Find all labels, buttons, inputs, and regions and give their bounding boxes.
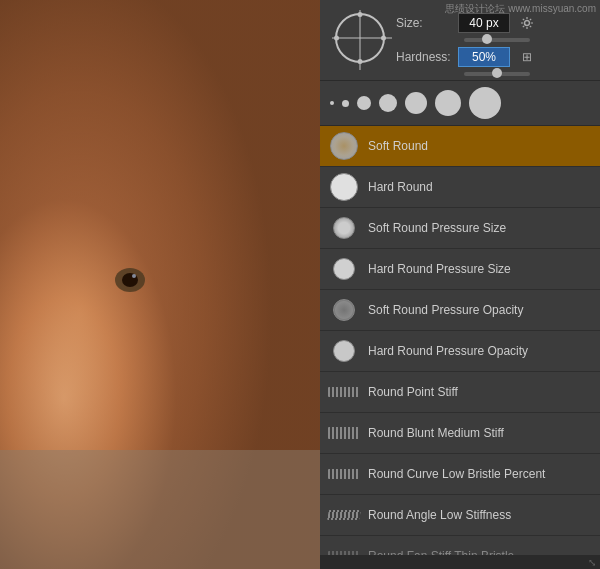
brush-size-presets [320, 81, 600, 126]
brush-item-soft-round-pressure-opacity[interactable]: Soft Round Pressure Opacity [320, 290, 600, 331]
round-fan-stiff-icon [328, 551, 360, 555]
hard-round-pressure-size-icon [333, 258, 355, 280]
round-point-stiff-icon [328, 387, 360, 397]
soft-round-pressure-size-icon [333, 217, 355, 239]
brush-item-round-point-stiff[interactable]: Round Point Stiff [320, 372, 600, 413]
soft-round-pressure-opacity-icon [333, 299, 355, 321]
brush-preset-7[interactable] [469, 87, 501, 119]
hardness-input[interactable] [458, 47, 510, 67]
brush-name-hard-round-pressure-size: Hard Round Pressure Size [368, 262, 511, 276]
brush-preset-2[interactable] [342, 100, 349, 107]
brush-list: Soft Round Hard Round Soft Round Pressur… [320, 126, 600, 555]
hardness-control-row: Hardness: ⊞ [396, 46, 590, 68]
brush-icon-hard-round [328, 171, 360, 203]
crosshair-dot-bottom [358, 59, 363, 64]
brush-icon-round-blunt-medium-stiff [328, 417, 360, 449]
brush-preset-6[interactable] [435, 90, 461, 116]
hard-round-pressure-opacity-icon [333, 340, 355, 362]
brush-item-hard-round-pressure-size[interactable]: Hard Round Pressure Size [320, 249, 600, 290]
brush-item-round-curve-low-bristle-percent[interactable]: Round Curve Low Bristle Percent [320, 454, 600, 495]
size-label: Size: [396, 16, 458, 30]
brush-icon-soft-round-pressure-size [328, 212, 360, 244]
watermark: 思绩设计论坛 www.missyuan.com [445, 2, 596, 16]
crosshair-dot-left [334, 36, 339, 41]
brush-item-hard-round-pressure-opacity[interactable]: Hard Round Pressure Opacity [320, 331, 600, 372]
hardness-slider-thumb[interactable] [492, 68, 502, 78]
brush-name-round-point-stiff: Round Point Stiff [368, 385, 458, 399]
svg-rect-2 [0, 450, 320, 569]
brush-item-soft-round[interactable]: Soft Round [320, 126, 600, 167]
brush-icon-hard-round-pressure-opacity [328, 335, 360, 367]
brush-item-round-fan-stiff[interactable]: Round Fan Stiff Thin Bristle [320, 536, 600, 555]
brush-icon-round-point-stiff [328, 376, 360, 408]
brush-item-soft-round-pressure-size[interactable]: Soft Round Pressure Size [320, 208, 600, 249]
brush-icon-soft-round [328, 130, 360, 162]
brush-name-round-curve-low-bristle-percent: Round Curve Low Bristle Percent [368, 467, 545, 481]
round-curve-low-bristle-icon [328, 469, 360, 479]
hardness-extra-button[interactable]: ⊞ [516, 46, 538, 68]
size-input[interactable] [458, 13, 510, 33]
brush-name-hard-round: Hard Round [368, 180, 433, 194]
resize-icon: ⤡ [588, 557, 596, 568]
brush-preset-1[interactable] [330, 101, 334, 105]
brush-icon-hard-round-pressure-size [328, 253, 360, 285]
brush-preset-3[interactable] [357, 96, 371, 110]
brush-icon-soft-round-pressure-opacity [328, 294, 360, 326]
size-slider-thumb[interactable] [482, 34, 492, 44]
size-slider[interactable] [464, 38, 530, 42]
brush-icon-round-curve-low-bristle-percent [328, 458, 360, 490]
brush-name-soft-round-pressure-opacity: Soft Round Pressure Opacity [368, 303, 523, 317]
brush-item-hard-round[interactable]: Hard Round [320, 167, 600, 208]
brush-name-hard-round-pressure-opacity: Hard Round Pressure Opacity [368, 344, 528, 358]
round-blunt-medium-stiff-icon [328, 427, 360, 439]
hardness-label: Hardness: [396, 50, 458, 64]
resize-handle[interactable]: ⤡ [320, 555, 600, 569]
brush-icon-round-angle-low-stiffness [328, 499, 360, 531]
brush-name-round-angle-low-stiffness: Round Angle Low Stiffness [368, 508, 511, 522]
soft-round-icon [330, 132, 358, 160]
brush-name-soft-round-pressure-size: Soft Round Pressure Size [368, 221, 506, 235]
brush-item-round-blunt-medium-stiff[interactable]: Round Blunt Medium Stiff [320, 413, 600, 454]
hardness-slider[interactable] [464, 72, 530, 76]
brush-name-soft-round: Soft Round [368, 139, 428, 153]
crosshair-dot-top [358, 12, 363, 17]
brush-preset-4[interactable] [379, 94, 397, 112]
svg-point-6 [525, 21, 530, 26]
brush-item-round-angle-low-stiffness[interactable]: Round Angle Low Stiffness [320, 495, 600, 536]
hard-round-icon [330, 173, 358, 201]
brush-icon-round-fan-stiff [328, 540, 360, 555]
brush-preview-circle [335, 13, 385, 63]
brush-panel: 思绩设计论坛 www.missyuan.com Size: [320, 0, 600, 569]
brush-preset-5[interactable] [405, 92, 427, 114]
brush-preview [330, 8, 390, 68]
svg-point-5 [132, 274, 136, 278]
brush-name-round-blunt-medium-stiff: Round Blunt Medium Stiff [368, 426, 504, 440]
round-angle-low-stiffness-icon [327, 510, 361, 520]
brush-name-round-fan-stiff: Round Fan Stiff Thin Bristle [368, 549, 514, 555]
crosshair-dot-right [381, 36, 386, 41]
